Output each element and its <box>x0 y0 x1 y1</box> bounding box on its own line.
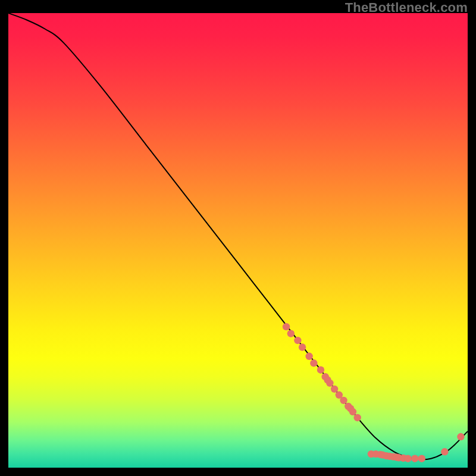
data-marker <box>326 380 333 387</box>
data-marker <box>331 386 338 393</box>
data-marker <box>305 353 312 360</box>
data-marker <box>457 433 464 440</box>
data-marker <box>283 323 290 330</box>
data-marker <box>340 397 347 404</box>
data-marker <box>294 337 301 344</box>
chart-svg <box>8 13 468 468</box>
data-marker <box>349 408 356 415</box>
data-marker <box>287 330 295 337</box>
data-marker <box>299 343 306 350</box>
data-marker <box>418 455 425 462</box>
data-marker <box>317 367 324 374</box>
chart-background-gradient <box>8 13 468 468</box>
data-marker <box>411 455 418 462</box>
chart-stage: TheBottleneck.com <box>0 0 476 476</box>
data-marker <box>404 455 411 462</box>
data-marker <box>441 448 448 455</box>
data-marker <box>310 359 317 367</box>
watermark-text: TheBottleneck.com <box>345 0 468 15</box>
chart-plot-area <box>8 13 468 468</box>
data-marker <box>354 414 361 421</box>
